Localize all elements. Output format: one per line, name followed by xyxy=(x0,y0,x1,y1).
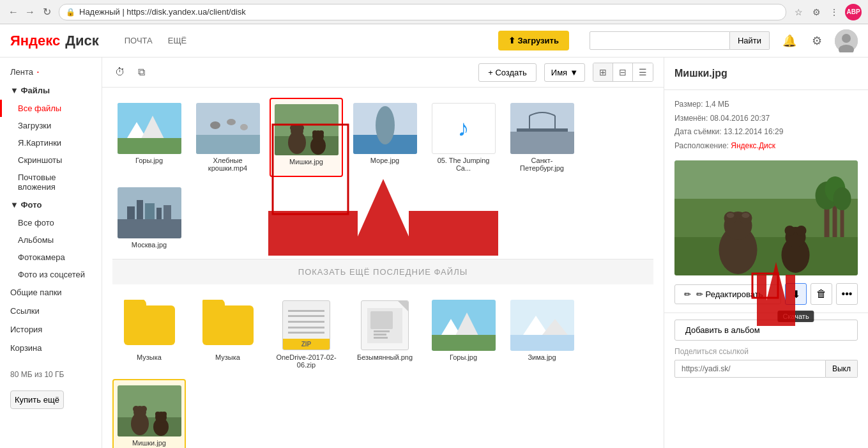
sidebar-item-screenshots[interactable]: Скриншоты xyxy=(0,151,102,169)
file-name-jumping: 05. The Jumping Ca... xyxy=(432,157,496,172)
download-button[interactable]: ⬇ Скачать xyxy=(785,283,807,305)
sidebar-item-all-files[interactable]: Все файлы xyxy=(0,100,102,117)
sidebar-item-camera[interactable]: Фотокамера xyxy=(0,249,102,266)
create-button[interactable]: + Создать xyxy=(478,63,537,82)
file-item-muzyka2[interactable]: Музыка xyxy=(191,295,264,374)
logo-disk: Диск xyxy=(65,33,98,49)
file-item-gory2[interactable]: Горы.jpg xyxy=(427,295,500,374)
sidebar-photos-header[interactable]: ▼ Фото xyxy=(0,196,102,214)
sidebar-item-shared[interactable]: Общие папки xyxy=(0,283,102,302)
nav-link-more[interactable]: ЕЩЁ xyxy=(165,33,190,48)
svg-rect-38 xyxy=(370,311,393,329)
edit-button[interactable]: ✏ ✏ Редактировать xyxy=(674,284,781,304)
browser-menu-button[interactable]: ⋮ xyxy=(827,5,841,19)
svg-rect-51 xyxy=(118,417,181,436)
view-grid-dense-button[interactable]: ⊞ xyxy=(593,63,613,81)
svg-point-21 xyxy=(319,130,324,135)
back-button[interactable]: ← xyxy=(6,5,20,19)
logo[interactable]: Яндекс Диск xyxy=(10,33,99,49)
bookmark-button[interactable]: ☆ xyxy=(791,5,805,19)
share-icon-button[interactable]: ⧉ xyxy=(135,64,148,81)
secure-icon: 🔒 xyxy=(66,8,75,17)
sidebar-item-albums[interactable]: Альбомы xyxy=(0,231,102,249)
file-item-onedrive[interactable]: ZIP OneDrive-2017-02-06.zip xyxy=(270,295,343,374)
svg-rect-34 xyxy=(145,203,155,219)
view-list-button[interactable]: ☰ xyxy=(633,63,653,81)
add-album-button[interactable]: Добавить в альбом xyxy=(674,320,858,341)
svg-point-95 xyxy=(796,226,807,236)
clock-icon-button[interactable]: ⏱ xyxy=(112,64,128,81)
svg-rect-40 xyxy=(374,334,386,336)
user-avatar[interactable] xyxy=(835,29,858,52)
all-files-grid: Музыка Музыка xyxy=(112,295,653,448)
svg-point-20 xyxy=(312,130,317,135)
file-item-hlebnye[interactable]: Хлебные крошки.mp4 xyxy=(191,98,264,177)
sidebar-item-all-photos[interactable]: Все фото xyxy=(0,214,102,231)
file-item-muzyka1[interactable]: Музыка xyxy=(112,295,186,374)
file-name-mishki2: Мишки.jpg xyxy=(132,439,166,447)
delete-button[interactable]: 🗑 xyxy=(811,283,832,305)
panel-preview xyxy=(674,160,858,275)
upload-button[interactable]: ⬆ Загрузить xyxy=(498,31,569,50)
share-url-input[interactable] xyxy=(674,360,826,378)
recent-file-grid: Горы.jpg xyxy=(112,98,653,254)
file-name-more: Море.jpg xyxy=(370,157,399,164)
file-item-bezymyanny[interactable]: Безымянный.png xyxy=(348,295,422,374)
buy-more-button[interactable]: Купить ещё xyxy=(10,390,64,409)
forward-button[interactable]: → xyxy=(23,5,37,19)
file-item-more[interactable]: Море.jpg xyxy=(348,98,422,177)
sidebar-files-header[interactable]: ▼ Файлы xyxy=(0,81,102,100)
file-name-muzyka1: Музыка xyxy=(137,353,162,361)
svg-point-59 xyxy=(162,412,167,417)
sidebar-item-social[interactable]: Фото из соцсетей xyxy=(0,266,102,283)
file-grid-container: Горы.jpg xyxy=(102,88,664,448)
svg-rect-13 xyxy=(275,136,339,155)
nav-link-mail[interactable]: ПОЧТА xyxy=(122,33,155,48)
file-item-gory[interactable]: Горы.jpg xyxy=(112,98,186,177)
address-bar[interactable]: 🔒 Надежный | https://disk.yandex.ua/clie… xyxy=(59,4,786,20)
sidebar-item-trash[interactable]: Корзина xyxy=(0,339,102,357)
svg-point-9 xyxy=(210,121,220,129)
svg-point-16 xyxy=(290,125,296,131)
sidebar-item-downloads[interactable]: Загрузки xyxy=(0,117,102,134)
svg-rect-6 xyxy=(118,138,181,154)
sidebar-item-history[interactable]: История xyxy=(0,320,102,339)
top-nav: Яндекс Диск ПОЧТА ЕЩЁ ⬆ Загрузить Найти … xyxy=(0,24,868,58)
file-item-jumping[interactable]: ♪ 05. The Jumping Ca... xyxy=(427,98,500,177)
file-item-moskva[interactable]: Москва.jpg xyxy=(112,182,186,254)
more-options-button[interactable]: ••• xyxy=(836,283,858,305)
file-item-mishki[interactable]: Мишки.jpg xyxy=(270,98,343,177)
browser-profile[interactable]: АВР xyxy=(845,4,862,20)
file-name-gory: Горы.jpg xyxy=(135,157,163,164)
file-thumb-hlebnye xyxy=(196,103,260,154)
notification-button[interactable]: 🔔 xyxy=(780,31,799,50)
sidebar-item-images[interactable]: Я.Картинки xyxy=(0,134,102,151)
show-more-bar[interactable]: ПОКАЗАТЬ ЕЩЁ ПОСЛЕДНИЕ ФАЙЛЫ xyxy=(112,259,653,284)
sort-button[interactable]: Имя ▼ xyxy=(544,63,585,82)
file-name-zima: Зима.jpg xyxy=(528,353,556,361)
file-name-onedrive: OneDrive-2017-02-06.zip xyxy=(275,353,339,369)
settings-button[interactable]: ⚙ xyxy=(809,31,825,50)
right-panel: Мишки.jpg Размер: 1,4 МБ Изменён: 08.04.… xyxy=(664,58,868,448)
file-item-zima[interactable]: Зима.jpg xyxy=(505,295,579,374)
file-item-mishki2[interactable]: Мишки.jpg xyxy=(112,379,186,448)
svg-point-17 xyxy=(298,125,304,131)
search-button[interactable]: Найти xyxy=(730,31,770,50)
refresh-button[interactable]: ↻ xyxy=(40,5,54,19)
view-grid-button[interactable]: ⊟ xyxy=(613,63,633,81)
panel-title: Мишки.jpg xyxy=(664,58,868,90)
toolbar: ⏱ ⧉ + Создать Имя ▼ ⊞ ⊟ ☰ xyxy=(102,58,664,88)
search-input[interactable] xyxy=(590,31,730,50)
browser-settings-button[interactable]: ⚙ xyxy=(809,5,823,19)
sidebar-item-tape[interactable]: Лента• xyxy=(0,63,102,81)
sidebar-item-links[interactable]: Ссылки xyxy=(0,302,102,320)
sidebar-item-mail-attach[interactable]: Почтовые вложения xyxy=(0,169,102,196)
share-toggle-button[interactable]: Выкл xyxy=(826,360,858,378)
location-link[interactable]: Яндекс.Диск xyxy=(731,141,775,150)
share-section: Поделиться ссылкой Выкл xyxy=(664,347,868,378)
svg-point-58 xyxy=(155,412,160,417)
file-item-spb[interactable]: Санкт-Петербург.jpg xyxy=(505,98,579,177)
file-thumb-bezymyanny xyxy=(353,300,417,351)
svg-rect-45 xyxy=(432,335,496,351)
top-nav-links: ПОЧТА ЕЩЁ xyxy=(122,33,190,48)
